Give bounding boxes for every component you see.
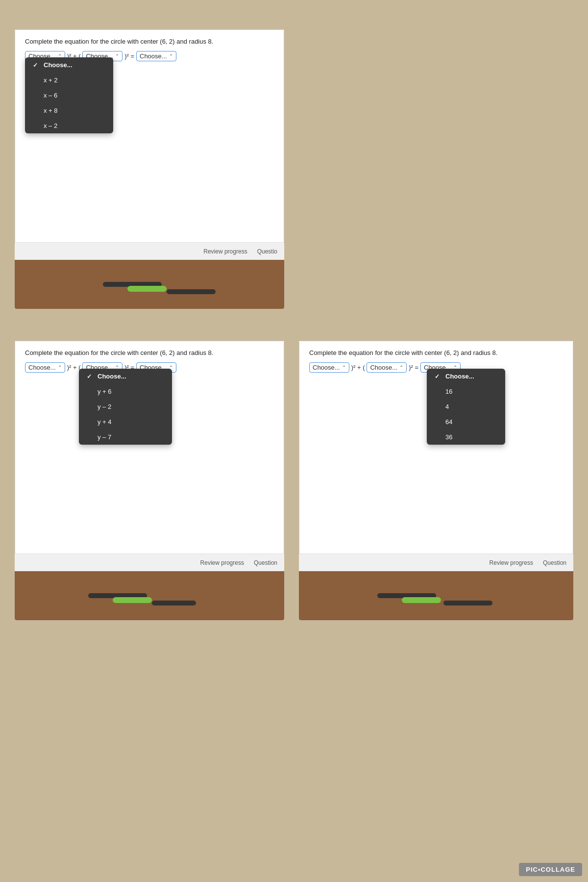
- bottom-bar-top: Review progress Questio: [15, 242, 284, 260]
- panel-bottom-left: Complete the equation for the circle wit…: [15, 341, 284, 620]
- checkmark-br-0: ✓: [435, 373, 441, 380]
- menu-item-br-2-label: 4: [445, 403, 449, 410]
- bottom-bar-bl: Review progress Question: [15, 554, 284, 571]
- pen-green-top: [127, 286, 167, 292]
- menu-item-top-2[interactable]: x – 6: [25, 88, 113, 103]
- math-between1-br: )² + (: [351, 364, 365, 371]
- menu-item-bl-0[interactable]: ✓ Choose...: [79, 369, 172, 384]
- question-area-bottom-right: Complete the equation for the circle wit…: [299, 341, 573, 378]
- pen-green-bl: [113, 597, 152, 603]
- desk-bl: [15, 571, 284, 620]
- menu-item-top-1[interactable]: x + 2: [25, 73, 113, 88]
- dropdown3-top[interactable]: Choose... ⌃: [136, 51, 176, 61]
- dropdown1-br[interactable]: Choose... ⌃: [309, 362, 349, 373]
- panel-bottom-right: Complete the equation for the circle wit…: [299, 341, 573, 620]
- pen-dark-bl-2: [152, 601, 196, 605]
- dropdown-menu-br: ✓ Choose... 16 4 64 36: [427, 369, 505, 445]
- pen-dark-br-2: [443, 601, 492, 605]
- menu-item-br-1-label: 16: [445, 388, 452, 395]
- desk-br: [299, 571, 573, 620]
- menu-item-top-0-label: Choose...: [44, 61, 73, 69]
- question-text-bottom-left: Complete the equation for the circle wit…: [25, 349, 274, 356]
- menu-item-br-4[interactable]: 36: [427, 429, 505, 445]
- dropdown2-br-label: Choose...: [370, 364, 397, 371]
- dropdown1-bl-arrow: ⌃: [58, 365, 62, 370]
- question-btn-top[interactable]: Questio: [254, 246, 280, 257]
- menu-item-bl-0-label: Choose...: [98, 373, 126, 380]
- menu-item-top-0[interactable]: ✓ Choose...: [25, 57, 113, 73]
- checkmark-bl-0: ✓: [87, 373, 94, 380]
- menu-item-bl-1-label: y + 6: [98, 388, 112, 395]
- menu-item-bl-3[interactable]: y + 4: [79, 414, 172, 429]
- menu-item-br-4-label: 36: [445, 433, 452, 441]
- menu-item-bl-2-label: y – 2: [98, 403, 111, 410]
- pic-collage-watermark: PIC•COLLAGE: [519, 863, 582, 876]
- menu-item-top-3-label: x + 8: [44, 107, 58, 114]
- screen-top: Complete the equation for the circle wit…: [15, 29, 284, 260]
- menu-item-top-3[interactable]: x + 8: [25, 103, 113, 118]
- menu-item-bl-4[interactable]: y – 7: [79, 429, 172, 445]
- menu-item-bl-3-label: y + 4: [98, 418, 112, 426]
- pen-green-br: [402, 597, 441, 603]
- menu-item-br-3-label: 64: [445, 418, 452, 426]
- menu-item-bl-4-label: y – 7: [98, 433, 111, 441]
- dropdown-menu-top: ✓ Choose... x + 2 x – 6 x + 8 x –: [25, 57, 113, 133]
- menu-item-top-4[interactable]: x – 2: [25, 118, 113, 133]
- question-area-top: Complete the equation for the circle wit…: [15, 30, 284, 67]
- menu-item-top-2-label: x – 6: [44, 92, 57, 99]
- dropdown1-bl[interactable]: Choose... ⌃: [25, 362, 65, 373]
- menu-item-top-4-label: x – 2: [44, 122, 57, 129]
- review-progress-btn-br[interactable]: Review progress: [485, 557, 538, 568]
- menu-item-br-2[interactable]: 4: [427, 399, 505, 414]
- dropdown1-br-arrow: ⌃: [342, 365, 346, 370]
- menu-item-bl-2[interactable]: y – 2: [79, 399, 172, 414]
- review-progress-btn-bl[interactable]: Review progress: [196, 557, 249, 568]
- review-progress-btn-top[interactable]: Review progress: [198, 246, 252, 257]
- question-text-bottom-right: Complete the equation for the circle wit…: [309, 349, 563, 356]
- dropdown3-top-label: Choose...: [140, 52, 167, 60]
- math-between1-bl: )² + (: [67, 364, 81, 371]
- dropdown-menu-bl: ✓ Choose... y + 6 y – 2 y + 4 y –: [79, 369, 172, 445]
- screen-bottom-left: Complete the equation for the circle wit…: [15, 341, 284, 571]
- question-text-top: Complete the equation for the circle wit…: [25, 38, 274, 45]
- menu-item-br-0-label: Choose...: [445, 373, 474, 380]
- dropdown1-br-label: Choose...: [313, 364, 340, 371]
- dropdown3-top-arrow: ⌃: [169, 53, 173, 59]
- dropdown2-top-arrow: ⌃: [115, 53, 119, 59]
- screen-bottom-right: Complete the equation for the circle wit…: [299, 341, 573, 571]
- menu-item-top-1-label: x + 2: [44, 76, 58, 84]
- question-btn-bl[interactable]: Question: [251, 557, 280, 568]
- dropdown2-br[interactable]: Choose... ⌃: [367, 362, 407, 373]
- dropdown1-bl-label: Choose...: [28, 364, 56, 371]
- desk-top: [15, 260, 284, 309]
- question-area-bottom-left: Complete the equation for the circle wit…: [15, 341, 284, 378]
- menu-item-br-1[interactable]: 16: [427, 384, 505, 399]
- question-btn-br[interactable]: Question: [540, 557, 569, 568]
- menu-item-br-3[interactable]: 64: [427, 414, 505, 429]
- math-between2-br: )² =: [409, 364, 418, 371]
- menu-item-bl-1[interactable]: y + 6: [79, 384, 172, 399]
- pen-dark-top-2: [167, 289, 216, 294]
- panel-top: Complete the equation for the circle wit…: [15, 29, 284, 309]
- dropdown2-br-arrow: ⌃: [399, 365, 403, 370]
- math-between2-top: )² =: [124, 52, 134, 60]
- checkmark-top-0: ✓: [33, 62, 40, 69]
- bottom-bar-br: Review progress Question: [299, 554, 573, 571]
- menu-item-br-0[interactable]: ✓ Choose...: [427, 369, 505, 384]
